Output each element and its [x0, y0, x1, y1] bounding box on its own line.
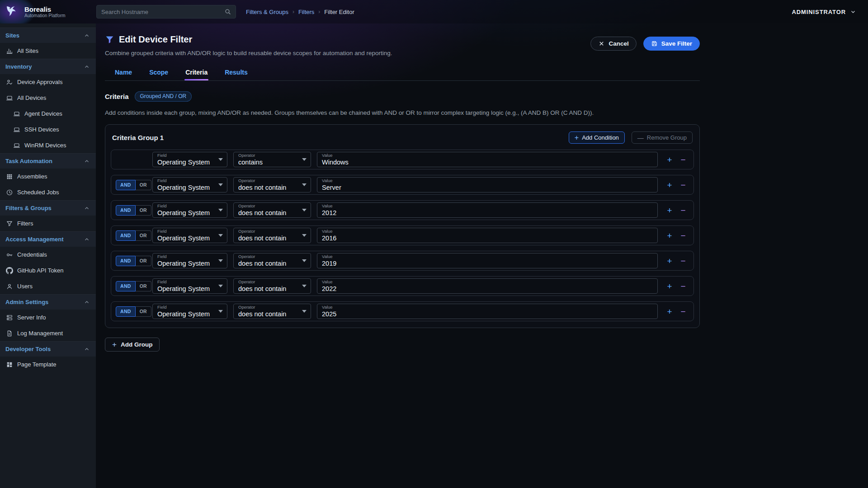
sidebar-section-header[interactable]: Task Automation — [0, 153, 96, 169]
value-input[interactable]: Value 2016 — [317, 228, 658, 243]
sidebar-section-header[interactable]: Developer Tools — [0, 341, 96, 357]
and-toggle-button[interactable]: AND — [116, 281, 136, 291]
search-box[interactable] — [96, 5, 236, 19]
sidebar-item-winrm-devices[interactable]: WinRM Devices — [0, 137, 96, 153]
remove-condition-row-button[interactable]: − — [677, 305, 689, 317]
sidebar-section-items: Credentials GitHub API Token Users — [0, 247, 96, 294]
remove-group-button-label: Remove Group — [647, 134, 687, 141]
add-condition-row-button[interactable]: + — [664, 305, 675, 317]
remove-condition-row-button[interactable]: − — [677, 280, 689, 292]
add-condition-row-button[interactable]: + — [664, 179, 675, 191]
chevron-down-icon — [218, 285, 223, 287]
sidebar-item-page-template[interactable]: Page Template — [0, 357, 96, 372]
chevron-down-icon — [218, 234, 223, 237]
criteria-section-title: Criteria — [105, 93, 129, 100]
operator-select[interactable]: Operator does not contain — [233, 253, 311, 268]
condition-row: AND OR Field Operating System Operator d… — [111, 251, 694, 271]
remove-condition-row-button[interactable]: − — [677, 204, 689, 216]
sidebar-section-header[interactable]: Admin Settings — [0, 294, 96, 310]
operator-select[interactable]: Operator does not contain — [233, 278, 311, 294]
or-toggle-button[interactable]: OR — [136, 256, 151, 266]
operator-select[interactable]: Operator does not contain — [233, 202, 311, 218]
sidebar-item-github-api-token[interactable]: GitHub API Token — [0, 263, 96, 278]
sidebar-item-assemblies[interactable]: Assemblies — [0, 169, 96, 184]
value-input[interactable]: Value Server — [317, 177, 658, 192]
user-menu-label: ADMINISTRATOR — [792, 9, 846, 15]
sidebar-section-items: Page Template — [0, 357, 96, 372]
add-condition-button[interactable]: + Add Condition — [569, 131, 625, 144]
field-select[interactable]: Field Operating System — [152, 304, 227, 319]
operator-select[interactable]: Operator does not contain — [233, 228, 311, 243]
field-select[interactable]: Field Operating System — [152, 278, 227, 294]
field-select[interactable]: Field Operating System — [152, 202, 227, 218]
search-input[interactable] — [101, 9, 224, 15]
field-select[interactable]: Field Operating System — [152, 228, 227, 243]
sidebar-item-credentials[interactable]: Credentials — [0, 247, 96, 263]
save-filter-button-label: Save Filter — [661, 40, 692, 47]
add-group-button[interactable]: + Add Group — [105, 338, 160, 352]
operator-select[interactable]: Operator contains — [233, 152, 311, 167]
add-condition-row-button[interactable]: + — [664, 230, 675, 241]
row-actions: + − — [664, 280, 689, 292]
sidebar-item-server-info[interactable]: Server Info — [0, 310, 96, 325]
funnel-icon — [6, 220, 13, 227]
or-toggle-button[interactable]: OR — [136, 230, 151, 241]
chevron-up-icon — [84, 158, 90, 164]
sidebar-section-label: Inventory — [5, 63, 32, 70]
sidebar-item-agent-devices[interactable]: Agent Devices — [0, 106, 96, 122]
or-toggle-button[interactable]: OR — [136, 306, 151, 317]
or-toggle-button[interactable]: OR — [136, 180, 151, 190]
sidebar-item-filters[interactable]: Filters — [0, 216, 96, 231]
user-icon — [6, 283, 13, 290]
add-condition-row-button[interactable]: + — [664, 255, 675, 267]
breadcrumb-item[interactable]: Filters — [298, 9, 314, 15]
sidebar-section-header[interactable]: Inventory — [0, 59, 96, 74]
tab-scope[interactable]: Scope — [148, 69, 169, 80]
row-actions: + − — [664, 179, 689, 191]
remove-condition-row-button[interactable]: − — [677, 230, 689, 241]
tab-results[interactable]: Results — [224, 69, 249, 80]
sidebar-item-all-sites[interactable]: All Sites — [0, 43, 96, 59]
tab-criteria[interactable]: Criteria — [184, 69, 208, 80]
and-toggle-button[interactable]: AND — [116, 256, 136, 266]
operator-select[interactable]: Operator does not contain — [233, 304, 311, 319]
sidebar-item-label: Device Approvals — [17, 79, 62, 85]
sidebar-item-ssh-devices[interactable]: SSH Devices — [0, 122, 96, 137]
operator-select[interactable]: Operator does not contain — [233, 177, 311, 192]
save-filter-button[interactable]: Save Filter — [643, 37, 700, 51]
or-toggle-button[interactable]: OR — [136, 281, 151, 291]
value-input[interactable]: Value 2025 — [317, 304, 658, 319]
and-toggle-button[interactable]: AND — [116, 205, 136, 216]
sidebar-item-users[interactable]: Users — [0, 278, 96, 294]
sidebar-item-all-devices[interactable]: All Devices — [0, 90, 96, 106]
value-input[interactable]: Value 2022 — [317, 278, 658, 294]
and-toggle-button[interactable]: AND — [116, 180, 136, 190]
sidebar-section-header[interactable]: Filters & Groups — [0, 200, 96, 216]
sidebar-section-header[interactable]: Sites — [0, 28, 96, 43]
value-input[interactable]: Value 2019 — [317, 253, 658, 268]
cancel-button[interactable]: Cancel — [590, 37, 636, 51]
or-toggle-button[interactable]: OR — [136, 205, 151, 216]
add-condition-row-button[interactable]: + — [664, 280, 675, 292]
sidebar-item-scheduled-jobs[interactable]: Scheduled Jobs — [0, 184, 96, 200]
add-condition-row-button[interactable]: + — [664, 204, 675, 216]
field-select[interactable]: Field Operating System — [152, 152, 227, 167]
remove-condition-row-button[interactable]: − — [677, 179, 689, 191]
sidebar-item-device-approvals[interactable]: Device Approvals — [0, 74, 96, 90]
breadcrumb-item[interactable]: Filters & Groups — [246, 9, 288, 15]
sidebar-item-log-management[interactable]: Log Management — [0, 325, 96, 341]
tab-name[interactable]: Name — [114, 69, 133, 80]
field-select[interactable]: Field Operating System — [152, 253, 227, 268]
field-select[interactable]: Field Operating System — [152, 177, 227, 192]
chevron-up-icon — [84, 205, 90, 211]
and-toggle-button[interactable]: AND — [116, 230, 136, 241]
sidebar-section-header[interactable]: Access Management — [0, 231, 96, 247]
remove-condition-row-button[interactable]: − — [677, 154, 689, 165]
add-condition-row-button[interactable]: + — [664, 154, 675, 165]
remove-condition-row-button[interactable]: − — [677, 255, 689, 267]
value-input[interactable]: Value Windows — [317, 152, 658, 167]
and-or-toggle: AND OR — [116, 281, 146, 291]
and-toggle-button[interactable]: AND — [116, 306, 136, 317]
user-menu[interactable]: ADMINISTRATOR — [792, 9, 856, 15]
value-input[interactable]: Value 2012 — [317, 202, 658, 218]
